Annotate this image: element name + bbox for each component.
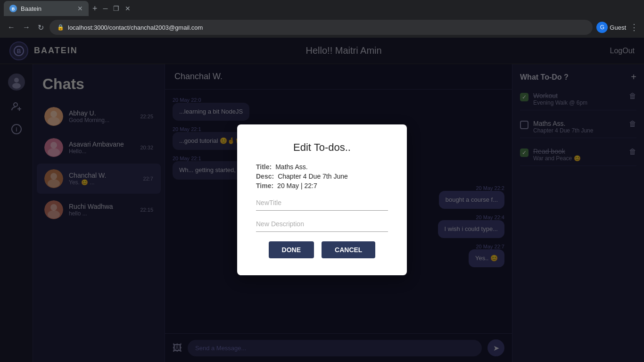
forward-button[interactable]: → — [21, 21, 32, 33]
browser-tab[interactable]: B Baatein ✕ — [4, 1, 89, 16]
svg-text:B: B — [12, 7, 15, 11]
modal-title-row: Title: Maths Ass. — [256, 163, 388, 171]
browser-menu-button[interactable]: ⋮ — [630, 22, 638, 33]
profile-label: Guest — [610, 24, 626, 31]
new-tab-button[interactable]: + — [92, 4, 98, 14]
profile-button[interactable]: G Guest — [596, 22, 626, 33]
new-title-input[interactable] — [256, 195, 388, 211]
tab-close-icon[interactable]: ✕ — [77, 5, 83, 12]
back-button[interactable]: ← — [6, 21, 17, 33]
modal-time-label: Time: — [256, 182, 273, 189]
modal-title-label: Title: — [256, 163, 272, 171]
edit-todo-modal: Edit To-dos.. Title: Maths Ass. Desc: Ch… — [237, 124, 407, 275]
modal-actions: DONE CANCEL — [256, 241, 388, 258]
modal-overlay: Edit To-dos.. Title: Maths Ass. Desc: Ch… — [0, 38, 644, 362]
new-desc-input[interactable] — [256, 216, 388, 232]
refresh-button[interactable]: ↻ — [36, 21, 46, 34]
modal-title: Edit To-dos.. — [256, 141, 388, 154]
modal-desc-value: Chapter 4 Due 7th June — [278, 173, 348, 180]
minimize-button[interactable]: ─ — [103, 5, 108, 12]
modal-time-value: 20 May | 22:7 — [277, 182, 317, 189]
maximize-button[interactable]: ❐ — [113, 5, 119, 12]
modal-desc-label: Desc: — [256, 173, 274, 180]
modal-title-value: Maths Ass. — [275, 163, 307, 171]
tab-title: Baatein — [21, 5, 74, 12]
close-window-button[interactable]: ✕ — [125, 5, 131, 12]
cancel-button[interactable]: CANCEL — [322, 241, 375, 258]
lock-icon: 🔒 — [57, 24, 64, 31]
url-text: localhost:3000/contact/chanchal2003@gmai… — [68, 24, 203, 31]
modal-time-row: Time: 20 May | 22:7 — [256, 182, 388, 189]
tab-favicon: B — [9, 5, 17, 12]
profile-avatar: G — [596, 22, 608, 33]
modal-desc-row: Desc: Chapter 4 Due 7th June — [256, 173, 388, 180]
done-button[interactable]: DONE — [269, 241, 314, 258]
address-bar[interactable]: 🔒 localhost:3000/contact/chanchal2003@gm… — [50, 20, 593, 35]
